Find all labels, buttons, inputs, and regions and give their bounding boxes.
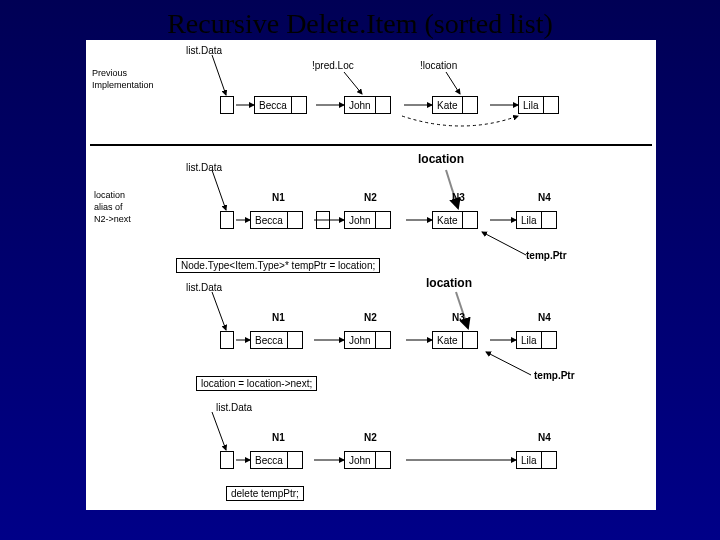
- n3-label-3: N3: [452, 312, 465, 323]
- tempptr-label-2: temp.Ptr: [526, 250, 567, 261]
- node-becca-1: Becca: [254, 96, 307, 114]
- node-data: John: [345, 452, 376, 468]
- node-lila-2: Lila: [516, 211, 557, 229]
- n4-label-4: N4: [538, 432, 551, 443]
- label-location-top: !location: [420, 60, 457, 71]
- head-ptr-4: [220, 451, 234, 469]
- svg-line-11: [212, 170, 226, 210]
- node-data: Lila: [519, 97, 544, 113]
- label-list-data-1: list.Data: [186, 45, 222, 56]
- node-data: Becca: [251, 332, 288, 348]
- node-data: Becca: [251, 452, 288, 468]
- n4-label-3: N4: [538, 312, 551, 323]
- node-data: Lila: [517, 332, 542, 348]
- label-predloc: !pred.Loc: [312, 60, 354, 71]
- svg-line-20: [486, 352, 531, 375]
- node-john-3: John: [344, 331, 391, 349]
- stray-ptr-2: [316, 211, 330, 229]
- node-john-1: John: [344, 96, 391, 114]
- code-line-2: location = location->next;: [196, 376, 317, 391]
- tempptr-label-3: temp.Ptr: [534, 370, 575, 381]
- label-list-data-2: list.Data: [186, 162, 222, 173]
- code-line-1: Node.Type<Item.Type>* tempPtr = location…: [176, 258, 380, 273]
- n1-label-4: N1: [272, 432, 285, 443]
- page-title: Recursive Delete.Item (sorted list): [0, 0, 720, 40]
- node-lila-3: Lila: [516, 331, 557, 349]
- node-data: Kate: [433, 332, 463, 348]
- code-line-3: delete tempPtr;: [226, 486, 304, 501]
- svg-line-6: [212, 55, 226, 95]
- node-data: John: [345, 212, 376, 228]
- n2-label-2: N2: [364, 192, 377, 203]
- head-ptr-2: [220, 211, 234, 229]
- node-data: Kate: [433, 97, 463, 113]
- alias-l2: alias of: [94, 202, 123, 212]
- node-kate-2: Kate: [432, 211, 478, 229]
- alias-l3: N2->next: [94, 214, 131, 224]
- node-kate-1: Kate: [432, 96, 478, 114]
- prev-impl-line2: Implementation: [92, 80, 154, 90]
- node-becca-4: Becca: [250, 451, 303, 469]
- svg-line-24: [212, 412, 226, 450]
- node-lila-4: Lila: [516, 451, 557, 469]
- label-list-data-3: list.Data: [186, 282, 222, 293]
- label-list-data-4: list.Data: [216, 402, 252, 413]
- n1-label-2: N1: [272, 192, 285, 203]
- node-data: Lila: [517, 212, 542, 228]
- n4-label-2: N4: [538, 192, 551, 203]
- head-ptr-3: [220, 331, 234, 349]
- node-data: Kate: [433, 212, 463, 228]
- alias-l1: location: [94, 190, 125, 200]
- divider-1: [90, 144, 652, 146]
- n2-label-4: N2: [364, 432, 377, 443]
- svg-line-18: [212, 292, 226, 330]
- node-data: Becca: [251, 212, 288, 228]
- n1-label-3: N1: [272, 312, 285, 323]
- svg-line-13: [482, 232, 526, 255]
- node-kate-3: Kate: [432, 331, 478, 349]
- n2-label-3: N2: [364, 312, 377, 323]
- node-data: Lila: [517, 452, 542, 468]
- head-ptr-1: [220, 96, 234, 114]
- svg-line-4: [344, 72, 362, 94]
- prev-impl-line1: Previous: [92, 68, 127, 78]
- svg-line-5: [446, 72, 460, 94]
- node-becca-2: Becca: [250, 211, 303, 229]
- node-data: John: [345, 332, 376, 348]
- location-annotation-2: location: [426, 276, 472, 290]
- location-annotation-1: location: [418, 152, 464, 166]
- node-john-2: John: [344, 211, 391, 229]
- node-lila-1: Lila: [518, 96, 559, 114]
- n3-label-2: N3: [452, 192, 465, 203]
- node-becca-3: Becca: [250, 331, 303, 349]
- node-data: John: [345, 97, 376, 113]
- diagram-canvas: list.Data !pred.Loc !location Previous I…: [86, 40, 656, 510]
- node-data: Becca: [255, 97, 292, 113]
- node-john-4: John: [344, 451, 391, 469]
